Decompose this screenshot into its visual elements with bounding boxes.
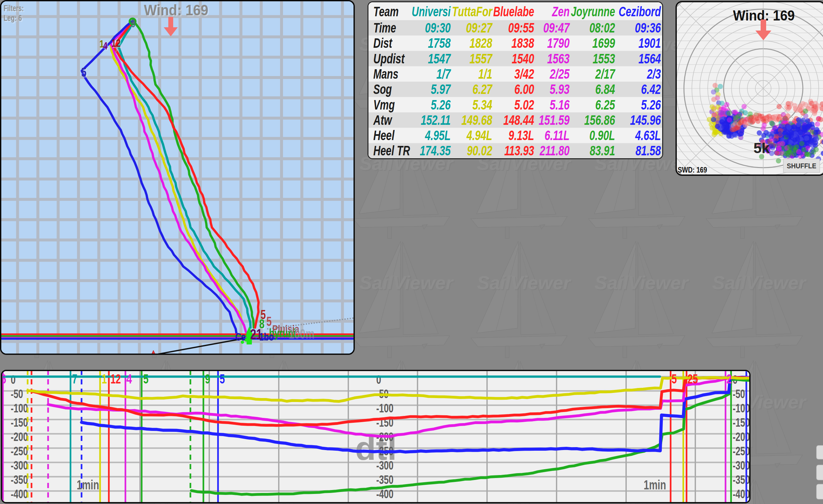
svg-text:-300: -300 [376,459,393,472]
svg-text:6.42: 6.42 [641,81,661,97]
svg-text:12: 12 [111,372,121,386]
svg-text:Time: Time [373,20,396,35]
svg-text:Updist: Updist [373,51,405,66]
svg-text:Universi: Universi [412,4,451,19]
svg-text:-100: -100 [733,402,750,415]
svg-text:-300: -300 [733,459,750,472]
svg-text:156.86: 156.86 [584,113,615,128]
svg-text:4.95L: 4.95L [425,128,451,143]
svg-text:2/3: 2/3 [647,66,661,81]
svg-text:149.68: 149.68 [461,113,492,128]
svg-text:6.84: 6.84 [595,81,615,97]
svg-text:83.91: 83.91 [590,143,615,158]
svg-text:4: 4 [126,372,132,386]
svg-text:1: 1 [102,372,107,386]
svg-text:09:55: 09:55 [508,20,534,35]
svg-text:Heel: Heel [373,128,395,143]
svg-text:Filters:: Filters: [4,4,24,13]
svg-text:1/7: 1/7 [436,66,451,81]
svg-text:-100: -100 [11,402,28,415]
svg-text:5.26: 5.26 [431,97,451,113]
svg-text:Sog: Sog [373,81,392,97]
svg-text:5.26: 5.26 [641,97,661,113]
svg-text:-350: -350 [11,473,28,486]
svg-text:6.00: 6.00 [514,81,534,97]
svg-text:-400: -400 [733,487,750,501]
svg-text:211.80: 211.80 [539,143,569,158]
svg-text:145.96: 145.96 [630,113,661,128]
svg-text:-150: -150 [11,416,28,429]
svg-text:5: 5 [220,372,225,386]
svg-text:9: 9 [131,17,136,30]
svg-text:Ce: Ce [235,330,245,343]
svg-text:Joyrunne: Joyrunne [571,4,615,19]
svg-text:-150: -150 [733,416,750,429]
svg-text:4.94L: 4.94L [466,128,492,143]
svg-text:9: 9 [205,372,210,386]
svg-text:Atw: Atw [373,113,392,128]
svg-text:TuttaFor: TuttaFor [452,4,493,19]
svg-text:7: 7 [114,45,118,55]
svg-text:1547: 1547 [428,51,451,66]
svg-text:6.11L: 6.11L [544,128,569,143]
svg-text:-350: -350 [733,473,750,486]
svg-text:SWD: 169: SWD: 169 [678,166,707,174]
svg-text:08:02: 08:02 [590,20,615,35]
svg-text:-300: -300 [11,459,28,472]
svg-text:5: 5 [143,372,149,386]
svg-text:SHUFFLE: SHUFFLE [787,162,817,170]
svg-text:3/42: 3/42 [514,66,534,81]
svg-text:6.27: 6.27 [472,81,493,97]
svg-text:1790: 1790 [547,35,569,51]
svg-text:09:36: 09:36 [635,20,661,35]
svg-text:1557: 1557 [470,51,493,66]
svg-text:2/17: 2/17 [595,66,615,81]
svg-text:09:27: 09:27 [466,20,493,35]
svg-text:Mans: Mans [373,66,398,81]
svg-text:1564: 1564 [638,51,661,66]
svg-text:Cezibord: Cezibord [619,4,661,19]
svg-text:1min: 1min [644,478,666,492]
svg-text:25: 25 [687,372,698,386]
svg-text:4: 4 [103,40,108,52]
svg-text:-250: -250 [733,445,750,458]
svg-text:1828: 1828 [470,35,492,51]
svg-text:148.44: 148.44 [503,113,534,128]
svg-text:1699: 1699 [592,35,615,51]
svg-text:Dist: Dist [373,35,392,51]
svg-text:6.25: 6.25 [595,97,615,113]
svg-text:5: 5 [672,372,677,386]
svg-text:Bluelabe: Bluelabe [493,4,534,19]
svg-text:152.11: 152.11 [421,113,451,128]
svg-text:Vmg: Vmg [373,97,395,113]
svg-text:-400: -400 [376,487,393,501]
svg-text:Heel TR: Heel TR [373,143,410,158]
svg-text:-200: -200 [733,430,750,444]
svg-text:5.02: 5.02 [514,97,534,113]
svg-text:-250: -250 [11,445,28,458]
svg-text:4.63L: 4.63L [635,128,661,143]
svg-text:0: 0 [11,373,16,386]
svg-text:09:30: 09:30 [425,20,451,35]
svg-text:100m: 100m [289,326,315,342]
svg-text:0: 0 [376,373,381,386]
svg-text:Leg: 6: Leg: 6 [4,13,22,22]
svg-text:1/1: 1/1 [478,66,492,81]
svg-text:5: 5 [81,66,87,79]
svg-text:-200: -200 [11,430,28,444]
svg-text:5.93: 5.93 [550,81,569,97]
svg-text:1min: 1min [77,478,99,492]
svg-text:151.59: 151.59 [539,113,569,128]
svg-text:5.16: 5.16 [550,97,569,113]
svg-text:6: 6 [1,372,6,386]
svg-text:174.35: 174.35 [420,143,451,158]
svg-text:7: 7 [72,372,77,386]
svg-text:-100: -100 [376,402,393,415]
svg-text:Zen: Zen [552,4,569,19]
svg-text:Team: Team [373,4,399,19]
svg-text:9.13L: 9.13L [508,128,534,143]
svg-text:-350: -350 [376,473,393,486]
svg-text:1838: 1838 [511,35,534,51]
svg-text:5.34: 5.34 [472,97,492,113]
svg-text:1758: 1758 [428,35,451,51]
